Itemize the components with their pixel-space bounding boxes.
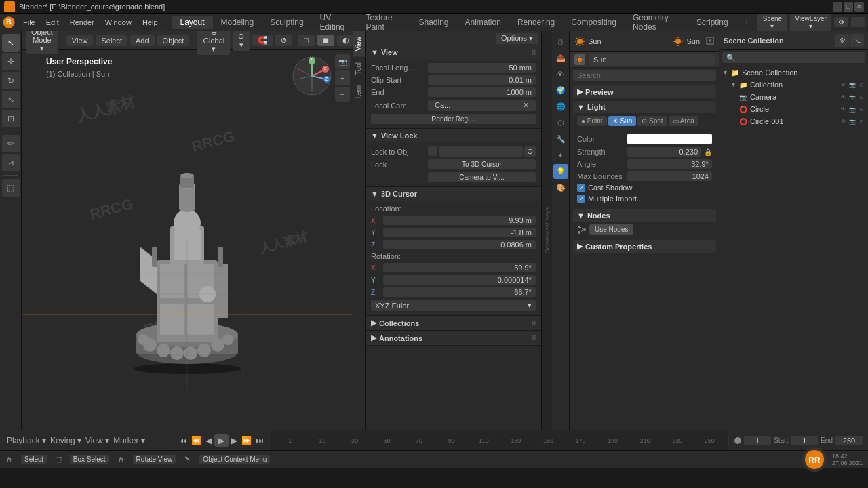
custom-props-header[interactable]: ▶ Custom Properties: [573, 240, 716, 253]
view-lock-header[interactable]: ▼ View Lock: [366, 129, 541, 142]
prop-tab-render[interactable]: ⎙: [553, 34, 568, 49]
color-swatch[interactable]: [627, 134, 712, 144]
cursor-x-val[interactable]: 9.93 m: [383, 216, 536, 225]
end-frame-input[interactable]: [835, 436, 863, 445]
lock-obj-checkbox[interactable]: [428, 146, 437, 156]
workspace-add[interactable]: +: [736, 16, 757, 29]
tool-tab[interactable]: Tool: [353, 57, 365, 80]
multiple-importance-checkbox[interactable]: ✓: [577, 195, 585, 203]
render-region-btn[interactable]: Render Regi...: [371, 114, 536, 124]
item-tab[interactable]: Item: [353, 80, 365, 104]
lock-obj-pick[interactable]: ⊙: [524, 146, 536, 157]
prev-frame-btn[interactable]: ◀: [204, 434, 213, 447]
circle-cam-icon[interactable]: 📷: [848, 105, 856, 113]
cast-shadow-checkbox[interactable]: ✓: [577, 184, 585, 192]
rot-z-val[interactable]: -66.7°: [383, 287, 536, 297]
vp-object-menu[interactable]: Object: [157, 35, 190, 46]
menu-render[interactable]: Render: [64, 17, 100, 28]
workspace-uv-editing[interactable]: UV Editing: [312, 11, 358, 34]
menu-file[interactable]: File: [18, 17, 41, 28]
zoom-out-btn[interactable]: −: [335, 87, 350, 102]
ol-collection[interactable]: ▼ 📁 Collection 👁 📷 ⊙: [719, 79, 868, 91]
snap-btn[interactable]: 🧲: [252, 35, 273, 46]
circle001-eye-icon[interactable]: 👁: [840, 117, 848, 125]
rotate-tool-btn[interactable]: ↻: [2, 72, 20, 89]
circle-eye-icon[interactable]: 👁: [840, 105, 848, 113]
viewport[interactable]: Object Mode ▾ View Select Add Object ⊕ G…: [22, 31, 353, 430]
view-options-btn[interactable]: Options ▾: [496, 33, 538, 44]
max-bounces-val[interactable]: 1024: [627, 171, 712, 181]
prop-tab-data[interactable]: 💡: [553, 164, 568, 179]
prop-tab-obj[interactable]: ⬡: [553, 115, 568, 130]
vp-add-menu[interactable]: Add: [130, 35, 155, 46]
circle001-cam-icon[interactable]: 📷: [848, 117, 856, 125]
workspace-rendering[interactable]: Rendering: [509, 16, 563, 29]
camera-view-btn[interactable]: 📷: [335, 54, 350, 69]
clip-end-value[interactable]: 1000 m: [428, 87, 536, 97]
workspace-scripting[interactable]: Scripting: [688, 16, 736, 29]
menu-window[interactable]: Window: [100, 17, 137, 28]
nodes-header[interactable]: ▼ Nodes: [573, 209, 716, 222]
keying-menu[interactable]: Keying ▾: [49, 434, 83, 447]
collections-header[interactable]: ▶ Collections ⁞⁞: [366, 316, 541, 330]
angle-val[interactable]: 32.9°: [627, 159, 712, 169]
menu-edit[interactable]: Edit: [41, 17, 64, 28]
focal-value[interactable]: 50 mm: [428, 63, 536, 73]
measure-tool-btn[interactable]: ⊿: [2, 154, 20, 171]
ol-circle-001[interactable]: ⭕ Circle.001 👁 📷 ⊙: [719, 115, 868, 127]
scene-selector[interactable]: Scene ▾: [757, 14, 787, 31]
preferences-btn[interactable]: ☰: [851, 17, 865, 27]
scale-tool-btn[interactable]: ⤡: [2, 91, 20, 108]
current-frame-input[interactable]: [744, 436, 771, 445]
camera-to-view-btn[interactable]: Camera to Vi...: [428, 172, 536, 182]
maximize-button[interactable]: □: [844, 2, 853, 12]
workspace-sculpting[interactable]: Sculpting: [262, 16, 311, 29]
outliner-search-input[interactable]: [722, 52, 865, 63]
menu-help[interactable]: Help: [137, 17, 163, 28]
ol-circle[interactable]: ⭕ Circle 👁 📷 ⊙: [719, 103, 868, 115]
transform-global[interactable]: ⊕ Global ▾: [197, 31, 230, 55]
circle-render-icon[interactable]: ⊙: [857, 105, 865, 113]
jump-start-btn[interactable]: ⏮: [178, 434, 189, 447]
marker-menu[interactable]: Marker ▾: [112, 434, 146, 447]
cursor-section-header[interactable]: ▼ 3D Cursor: [366, 187, 541, 201]
strength-lock[interactable]: 🔒: [704, 148, 712, 156]
light-area-btn[interactable]: ▭ Area: [669, 116, 698, 126]
annotations-header[interactable]: ▶ Annotations ⁞⁞: [366, 331, 541, 345]
shading-wireframe[interactable]: ◻: [298, 35, 315, 46]
ol-scene-collection[interactable]: ▼ 📁 Scene Collection: [719, 66, 868, 79]
rotation-mode-dropdown[interactable]: XYZ Euler ▾: [371, 300, 536, 311]
to-3d-cursor-btn[interactable]: To 3D Cursor: [428, 159, 536, 169]
shading-material[interactable]: ◐: [337, 35, 353, 46]
next-keyframe-btn[interactable]: ⏩: [240, 434, 253, 447]
playback-menu[interactable]: Playback ▾: [5, 434, 47, 447]
view-tab[interactable]: View: [353, 31, 365, 57]
workspace-texture-paint[interactable]: Texture Paint: [357, 11, 410, 34]
active-obj-name-field[interactable]: Sun: [589, 54, 715, 65]
workspace-animation[interactable]: Animation: [457, 16, 509, 29]
coll-cam-icon[interactable]: 📷: [848, 81, 856, 89]
move-tool-btn[interactable]: ✛: [2, 53, 20, 70]
workspace-layout[interactable]: Layout: [172, 16, 212, 29]
prop-tab-modifier[interactable]: 🔧: [553, 131, 568, 146]
prev-keyframe-btn[interactable]: ⏪: [190, 434, 203, 447]
light-header[interactable]: ▼ Light: [573, 101, 716, 113]
next-frame-btn[interactable]: ▶: [230, 434, 239, 447]
cam-render-icon[interactable]: ⊙: [857, 93, 865, 101]
close-button[interactable]: ✕: [854, 2, 864, 12]
cam-cam-icon[interactable]: 📷: [848, 93, 856, 101]
circle001-render-icon[interactable]: ⊙: [857, 117, 865, 125]
zoom-in-btn[interactable]: +: [335, 70, 350, 85]
render-engine-btn[interactable]: ⚙: [834, 17, 848, 27]
minimize-button[interactable]: ─: [833, 2, 842, 12]
transform-tool-btn[interactable]: ⊡: [2, 110, 20, 127]
transform-pivot[interactable]: ⊙ ▾: [233, 31, 250, 51]
cam-eye-icon[interactable]: 👁: [840, 93, 848, 101]
use-nodes-btn[interactable]: Use Nodes: [589, 224, 633, 235]
coll-render-icon[interactable]: ⊙: [857, 81, 865, 89]
start-frame-input[interactable]: [791, 436, 818, 445]
prop-tab-scene[interactable]: 🌍: [553, 83, 568, 98]
cursor-z-val[interactable]: 0.0806 m: [383, 240, 536, 249]
ol-camera[interactable]: 📷 Camera 👁 📷 ⊙: [719, 91, 868, 103]
navigation-gizmo[interactable]: X Y Z: [292, 56, 332, 96]
